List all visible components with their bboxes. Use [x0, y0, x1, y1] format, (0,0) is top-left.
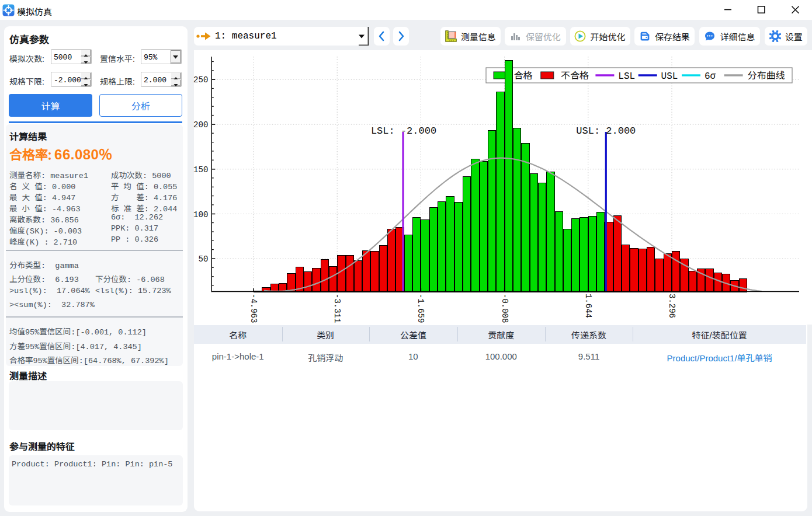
svg-text:1.644: 1.644 [584, 294, 593, 318]
svg-text:-4.963: -4.963 [249, 294, 258, 323]
svg-text:分布曲线: 分布曲线 [748, 71, 785, 82]
svg-text:3.296: 3.296 [667, 294, 676, 318]
svg-text:100: 100 [193, 210, 208, 219]
svg-text:150: 150 [193, 165, 208, 175]
svg-text:不合格: 不合格 [561, 71, 589, 82]
svg-text:-3.311: -3.311 [332, 294, 342, 323]
svg-text:LSL: -2.000: LSL: -2.000 [371, 125, 436, 137]
svg-text:-0.008: -0.008 [500, 294, 509, 323]
svg-text:250: 250 [193, 75, 208, 85]
svg-text:合格: 合格 [514, 71, 533, 82]
svg-text:-1.659: -1.659 [416, 294, 425, 323]
svg-text:USL: USL [661, 71, 678, 82]
svg-text:USL: 2.000: USL: 2.000 [576, 125, 636, 137]
svg-text:50: 50 [198, 254, 208, 264]
svg-text:6σ: 6σ [705, 71, 716, 82]
svg-text:LSL: LSL [618, 71, 635, 82]
svg-text:200: 200 [193, 120, 208, 130]
